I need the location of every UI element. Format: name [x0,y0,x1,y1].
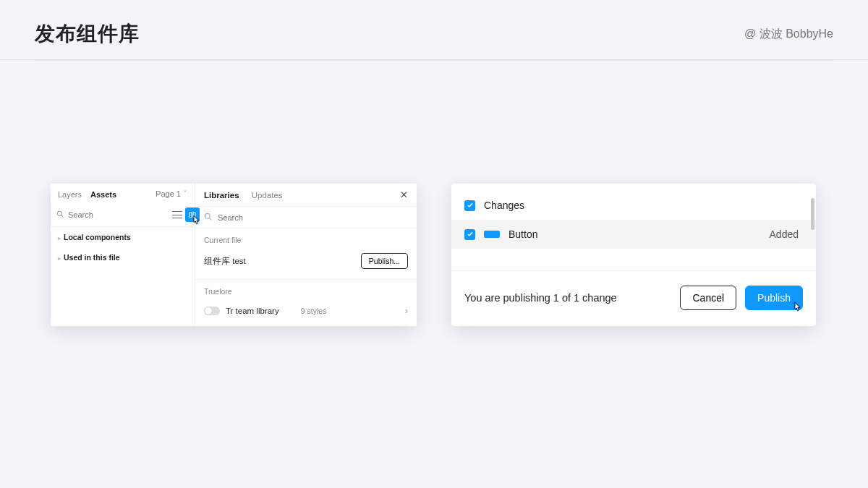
svg-point-2 [205,213,210,218]
tab-layers[interactable]: Layers [58,190,82,199]
team-label: Truelore [195,280,417,299]
pointer-cursor-icon [791,301,804,317]
svg-line-3 [210,218,212,221]
scrollbar-thumb[interactable] [811,198,814,230]
change-item-name: Button [509,228,761,240]
assets-and-libraries: Layers Assets Page 1 ˅ [51,184,417,326]
team-library-button[interactable] [185,207,200,222]
assets-section-local[interactable]: ▸Local components [51,227,195,247]
cancel-button[interactable]: Cancel [680,286,736,310]
svg-line-1 [61,215,64,218]
item-checkbox[interactable] [464,229,475,240]
assets-section-used[interactable]: ▸Used in this file [51,247,195,267]
publish-button[interactable]: Publish [745,286,803,310]
tab-assets[interactable]: Assets [90,190,116,199]
team-library-row[interactable]: Tr team library 9 styles › [195,299,417,326]
publish-message: You are publishing 1 of 1 change [464,292,617,304]
component-swatch-icon [484,231,500,238]
list-view-icon[interactable] [172,210,182,220]
tab-updates[interactable]: Updates [252,191,283,200]
select-all-checkbox[interactable] [464,200,475,211]
assets-panel: Layers Assets Page 1 ˅ [51,184,195,326]
current-file-name: 组件库 test [204,256,246,267]
changes-header-row[interactable]: Changes [451,191,816,220]
current-file-label: Current file [195,228,417,247]
library-toggle[interactable] [204,307,220,315]
slide-author: @ 波波 BobbyHe [744,27,833,42]
assets-search-input[interactable] [68,210,168,219]
change-item-status: Added [770,228,803,240]
team-library-name: Tr team library [226,307,279,315]
chevron-right-icon[interactable]: › [405,306,408,316]
team-library-meta: 9 styles [279,307,405,315]
libraries-dialog: Libraries Updates ✕ Current file 组件库 tes… [195,184,417,326]
current-file-row: 组件库 test Publish... [195,247,417,280]
changes-label: Changes [484,200,524,211]
close-icon[interactable]: ✕ [400,189,408,200]
change-item-row[interactable]: Button Added [451,220,816,249]
slide-title: 发布组件库 [35,20,140,48]
publish-library-button[interactable]: Publish... [361,253,408,269]
tab-libraries[interactable]: Libraries [204,191,239,200]
page-selector[interactable]: Page 1 ˅ [156,189,187,199]
search-icon [56,210,64,219]
publish-confirm-dialog: Changes Button Added You are publishing … [451,184,816,326]
libraries-search-input[interactable] [218,213,408,222]
svg-point-0 [57,211,61,215]
search-icon [204,213,212,222]
